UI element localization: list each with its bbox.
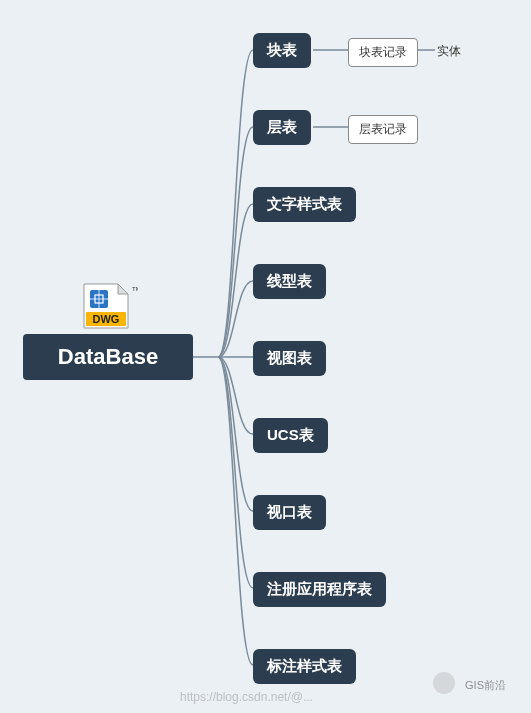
svg-marker-1: [118, 284, 128, 294]
leaf-label: 块表记录: [359, 45, 407, 59]
node-block-table: 块表: [253, 33, 311, 68]
node-linetype-table: 线型表: [253, 264, 326, 299]
node-text-style-table: 文字样式表: [253, 187, 356, 222]
node-label: 标注样式表: [267, 657, 342, 674]
node-block-table-record: 块表记录: [348, 38, 418, 67]
dwg-file-icon: DWG TM: [80, 282, 138, 330]
diagram-canvas: DWG TM DataBase 块表 块表记录 实体 层表 层表记录 文字样式表…: [0, 0, 531, 713]
node-label: 视图表: [267, 349, 312, 366]
watermark-gis: GIS前沿: [465, 678, 506, 693]
node-layer-table: 层表: [253, 110, 311, 145]
node-label: 文字样式表: [267, 195, 342, 212]
node-dimstyle-table: 标注样式表: [253, 649, 356, 684]
node-entity: 实体: [437, 43, 461, 60]
node-label: 块表: [267, 41, 297, 58]
watermark-url: https://blog.csdn.net/@...: [180, 690, 313, 704]
svg-text:TM: TM: [132, 286, 138, 292]
node-viewport-table: 视口表: [253, 495, 326, 530]
root-label: DataBase: [58, 344, 158, 370]
watermark-avatar: [433, 672, 455, 694]
svg-text:DWG: DWG: [93, 313, 120, 325]
root-node: DataBase: [23, 334, 193, 380]
node-view-table: 视图表: [253, 341, 326, 376]
node-label: 视口表: [267, 503, 312, 520]
node-layer-table-record: 层表记录: [348, 115, 418, 144]
node-label: 线型表: [267, 272, 312, 289]
node-label: 注册应用程序表: [267, 580, 372, 597]
leaf-label: 层表记录: [359, 122, 407, 136]
node-label: UCS表: [267, 426, 314, 443]
node-label: 层表: [267, 118, 297, 135]
node-regapp-table: 注册应用程序表: [253, 572, 386, 607]
leaf-label: 实体: [437, 44, 461, 58]
node-ucs-table: UCS表: [253, 418, 328, 453]
